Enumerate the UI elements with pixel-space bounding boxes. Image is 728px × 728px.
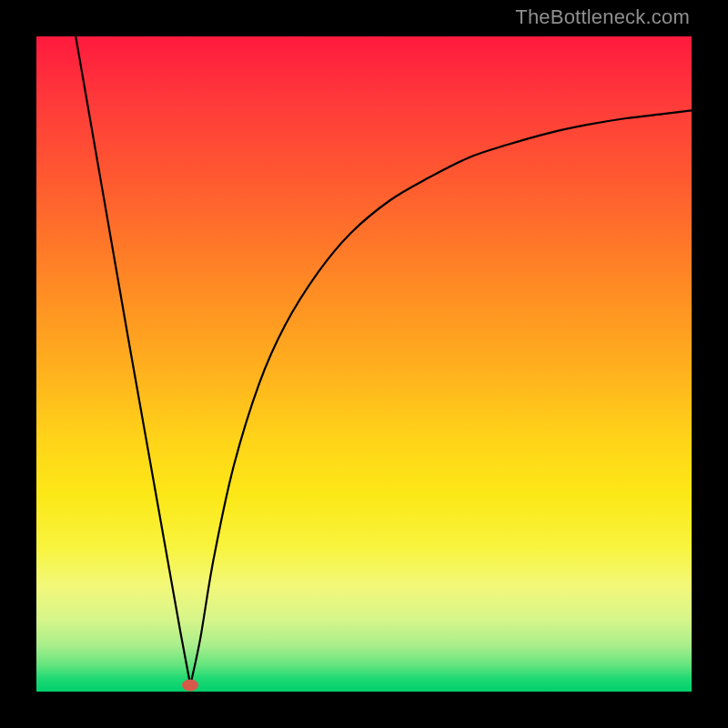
watermark-text: TheBottleneck.com: [515, 5, 690, 29]
plot-area: [36, 36, 692, 692]
curve-svg: [36, 36, 692, 692]
chart-frame: TheBottleneck.com: [0, 0, 728, 728]
valley-marker: [182, 679, 198, 691]
curve-left-branch: [76, 36, 190, 685]
curve-right-branch: [190, 110, 692, 684]
